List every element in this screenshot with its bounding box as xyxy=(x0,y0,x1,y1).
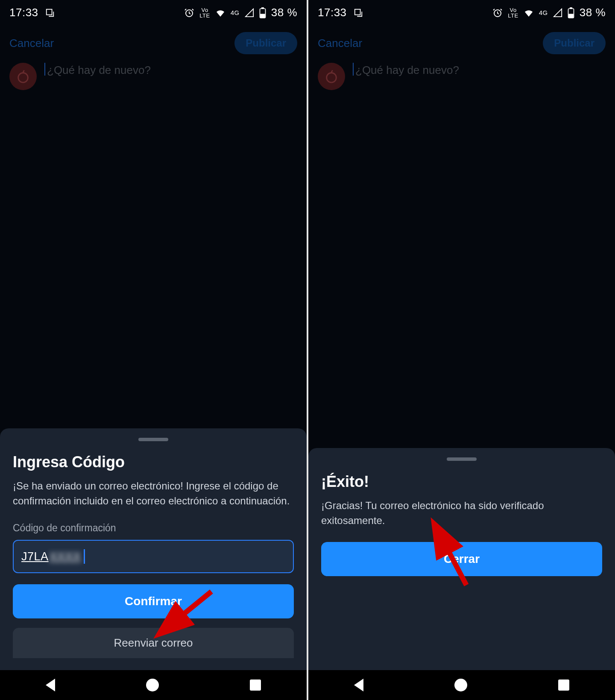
status-left: 17:33 xyxy=(9,6,55,19)
sheet-title: ¡Éxito! xyxy=(321,473,602,491)
status-network: 4G xyxy=(231,9,240,16)
nav-back-icon[interactable] xyxy=(354,679,363,691)
sheet-handle[interactable] xyxy=(447,457,477,461)
battery-icon xyxy=(259,7,266,18)
volte-icon: VoLTE xyxy=(199,7,210,18)
compose-header: Cancelar Publicar xyxy=(0,23,307,63)
success-sheet: ¡Éxito! ¡Gracias! Tu correo electrónico … xyxy=(308,448,615,670)
text-caret xyxy=(84,549,85,564)
compose-row: ¿Qué hay de nuevo? xyxy=(0,63,307,90)
avatar-apple-icon xyxy=(324,69,339,84)
status-left: 17:33 xyxy=(318,6,363,19)
enter-code-sheet: Ingresa Código ¡Se ha enviado un correo … xyxy=(0,428,307,670)
publish-button[interactable]: Publicar xyxy=(234,32,297,54)
status-time: 17:33 xyxy=(9,6,38,19)
compose-input[interactable]: ¿Qué hay de nuevo? xyxy=(353,63,459,77)
svg-rect-4 xyxy=(261,14,265,17)
avatar-apple-icon xyxy=(16,69,30,84)
status-bar: 17:33 VoLTE 4G 38 % xyxy=(0,0,307,23)
svg-rect-10 xyxy=(570,8,572,9)
svg-rect-7 xyxy=(354,9,360,15)
status-time: 17:33 xyxy=(318,6,347,19)
wifi-icon xyxy=(215,8,226,18)
phone-right: 17:33 VoLTE 4G 38 % Cancelar Publicar ¿Q… xyxy=(308,0,615,700)
confirmation-code-input[interactable]: J7LAXXXX xyxy=(13,540,294,573)
status-battery: 38 % xyxy=(271,6,297,19)
android-navbar xyxy=(308,670,615,700)
nav-home-icon[interactable] xyxy=(454,679,467,691)
alarm-icon xyxy=(492,8,503,18)
nav-back-icon[interactable] xyxy=(46,679,55,691)
svg-point-12 xyxy=(327,73,337,83)
resend-email-button[interactable]: Reenviar correo xyxy=(13,628,294,658)
wifi-icon xyxy=(524,8,534,18)
close-button[interactable]: Cerrar xyxy=(321,542,602,576)
cancel-button[interactable]: Cancelar xyxy=(9,37,54,50)
signal-icon xyxy=(553,8,562,18)
code-hidden: XXXX xyxy=(50,550,81,563)
cancel-button[interactable]: Cancelar xyxy=(318,37,362,50)
confirm-button[interactable]: Confirmar xyxy=(13,584,294,618)
screenshot-icon xyxy=(45,8,55,18)
status-network: 4G xyxy=(539,9,548,16)
status-battery: 38 % xyxy=(580,6,606,19)
compose-input[interactable]: ¿Qué hay de nuevo? xyxy=(44,63,151,77)
nav-recent-icon[interactable] xyxy=(558,679,569,691)
screenshot-icon xyxy=(354,8,363,18)
status-bar: 17:33 VoLTE 4G 38 % xyxy=(308,0,615,23)
svg-point-5 xyxy=(18,73,28,83)
android-navbar xyxy=(0,670,307,700)
avatar xyxy=(9,63,37,90)
sheet-handle[interactable] xyxy=(138,438,168,441)
status-right: VoLTE 4G 38 % xyxy=(492,6,606,19)
volte-icon: VoLTE xyxy=(508,7,518,18)
nav-home-icon[interactable] xyxy=(146,679,159,691)
svg-rect-3 xyxy=(262,8,264,9)
compose-header: Cancelar Publicar xyxy=(308,23,615,63)
sheet-body: ¡Gracias! Tu correo electrónico ha sido … xyxy=(321,498,602,528)
code-visible: J7LA xyxy=(21,550,49,563)
compose-placeholder: ¿Qué hay de nuevo? xyxy=(47,64,151,76)
nav-recent-icon[interactable] xyxy=(250,679,261,691)
status-right: VoLTE 4G 38 % xyxy=(184,6,297,19)
battery-icon xyxy=(568,7,574,18)
svg-rect-0 xyxy=(46,9,52,15)
svg-rect-11 xyxy=(569,14,573,17)
compose-row: ¿Qué hay de nuevo? xyxy=(308,63,615,90)
sheet-title: Ingresa Código xyxy=(13,453,294,471)
alarm-icon xyxy=(184,8,194,18)
phone-left: 17:33 VoLTE 4G 38 % Cancelar Publicar ¿Q… xyxy=(0,0,307,700)
sheet-body: ¡Se ha enviado un correo electrónico! In… xyxy=(13,479,294,509)
signal-icon xyxy=(245,8,254,18)
publish-button[interactable]: Publicar xyxy=(543,32,606,54)
code-field-label: Código de confirmación xyxy=(13,522,294,534)
compose-placeholder: ¿Qué hay de nuevo? xyxy=(355,64,459,76)
avatar xyxy=(318,63,345,90)
